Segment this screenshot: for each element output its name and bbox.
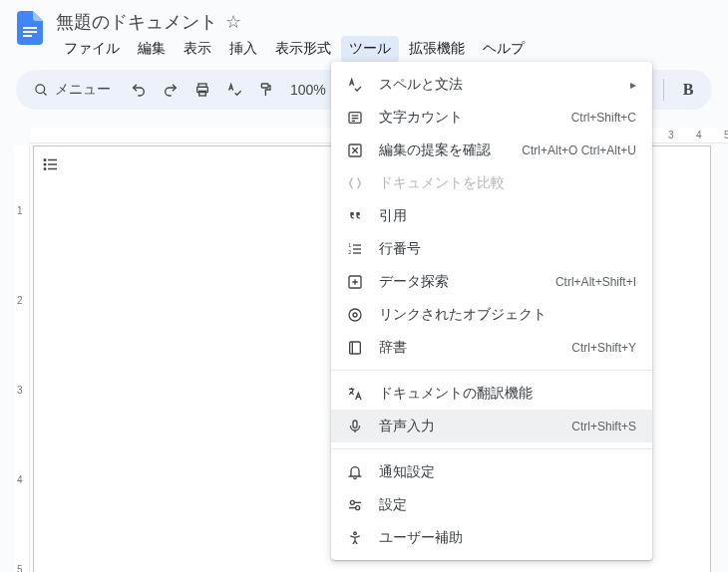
dd-label: 辞書 [379,339,557,357]
menu-format[interactable]: 表示形式 [267,36,339,62]
vertical-ruler[interactable]: 1 2 3 4 5 [14,145,30,572]
compare-icon [345,175,365,191]
quote-icon [345,208,365,224]
ruler-tick: 3 [668,130,674,141]
bell-icon [345,464,365,480]
undo-button[interactable] [125,76,153,104]
ruler-tick: 1 [17,205,23,216]
menu-tools[interactable]: ツール [341,36,399,62]
svg-rect-8 [261,84,268,88]
svg-point-12 [44,159,46,161]
dd-translate[interactable]: ドキュメントの翻訳機能 [331,377,652,410]
dd-label: データ探索 [379,273,542,291]
svg-rect-2 [23,35,32,37]
spellcheck-button[interactable] [220,76,248,104]
svg-line-4 [43,92,46,95]
svg-point-26 [349,309,361,321]
redo-button[interactable] [157,76,184,104]
bold-button[interactable]: B [674,76,702,104]
svg-rect-1 [23,31,37,33]
translate-icon [345,386,365,402]
app-header: 無題のドキュメント ☆ ファイル 編集 表示 挿入 表示形式 ツール 拡張機能 … [0,0,728,62]
dd-label: ユーザー補助 [379,529,636,547]
preferences-icon [345,497,365,513]
ruler-tick: 5 [17,564,23,572]
dd-label: 行番号 [379,240,636,258]
menu-help[interactable]: ヘルプ [475,36,533,62]
menu-edit[interactable]: 編集 [130,36,174,62]
review-icon [345,143,365,158]
dropdown-separator [331,448,652,449]
menu-search-label: メニュー [55,81,111,99]
bold-label: B [683,81,694,99]
svg-text:1: 1 [348,242,351,248]
explore-icon [345,274,365,290]
ruler-tick: 4 [696,130,702,141]
dd-label: スペルと文法 [379,76,616,94]
dd-dictionary[interactable]: 辞書 Ctrl+Shift+Y [331,331,652,364]
dd-shortcut: Ctrl+Shift+S [571,420,636,433]
menu-insert[interactable]: 挿入 [221,36,265,62]
dd-spelling-grammar[interactable]: スペルと文法 ▸ [331,68,652,101]
dd-label: ドキュメントを比較 [379,174,636,192]
submenu-arrow-icon: ▸ [630,78,636,92]
toolbar-separator [663,79,664,101]
print-button[interactable] [188,76,216,104]
dd-linked-objects[interactable]: リンクされたオブジェクト [331,298,652,331]
dd-explore[interactable]: データ探索 Ctrl+Alt+Shift+I [331,265,652,298]
dd-shortcut: Ctrl+Shift+Y [571,341,636,355]
star-icon[interactable]: ☆ [225,11,241,33]
tools-dropdown: スペルと文法 ▸ 文字カウント Ctrl+Shift+C 編集の提案を確認 Ct… [331,62,652,560]
ruler-tick: 5 [724,130,728,141]
svg-point-31 [350,500,354,504]
dd-shortcut: Ctrl+Shift+C [571,111,636,125]
menu-file[interactable]: ファイル [56,36,128,62]
dd-label: 文字カウント [379,109,557,127]
docs-logo[interactable] [12,8,48,48]
accessibility-icon [345,530,365,546]
dd-line-numbers[interactable]: 12 行番号 [331,232,652,265]
dd-accessibility[interactable]: ユーザー補助 [331,521,652,554]
dd-label: ドキュメントの翻訳機能 [379,385,636,403]
dd-preferences[interactable]: 設定 [331,488,652,521]
dd-notifications[interactable]: 通知設定 [331,455,652,488]
document-title[interactable]: 無題のドキュメント [56,10,217,34]
dictionary-icon [345,340,365,356]
line-numbers-icon: 12 [345,241,365,257]
menu-extensions[interactable]: 拡張機能 [401,36,473,62]
dd-compare-documents: ドキュメントを比較 [331,166,652,199]
svg-text:2: 2 [348,248,351,254]
dd-label: 音声入力 [379,418,557,435]
svg-rect-28 [350,342,361,354]
dd-label: リンクされたオブジェクト [379,306,636,324]
dd-word-count[interactable]: 文字カウント Ctrl+Shift+C [331,101,652,134]
dd-citations[interactable]: 引用 [331,199,652,232]
paint-format-button[interactable] [252,76,280,104]
svg-point-14 [44,168,46,170]
outline-icon[interactable] [42,155,60,173]
dd-shortcut: Ctrl+Alt+Shift+I [555,275,636,289]
zoom-level[interactable]: 100% [284,82,332,98]
ruler-tick: 4 [17,474,23,485]
linked-objects-icon [345,307,365,323]
svg-point-32 [356,505,360,509]
dd-label: 引用 [379,207,636,225]
dd-shortcut: Ctrl+Alt+O Ctrl+Alt+U [522,143,636,157]
dropdown-separator [331,370,652,371]
ruler-tick: 3 [17,385,23,396]
dd-voice-typing[interactable]: 音声入力 Ctrl+Shift+S [331,410,652,442]
menu-search[interactable]: メニュー [24,77,121,103]
svg-point-27 [353,313,357,317]
microphone-icon [345,419,365,434]
svg-point-33 [354,532,357,535]
svg-rect-30 [353,421,357,428]
word-count-icon [345,110,365,126]
spellcheck-icon [345,77,365,93]
dd-review-suggestions[interactable]: 編集の提案を確認 Ctrl+Alt+O Ctrl+Alt+U [331,134,652,166]
menu-view[interactable]: 表示 [176,36,219,62]
svg-rect-0 [23,27,37,29]
dd-label: 通知設定 [379,463,636,481]
dd-label: 編集の提案を確認 [379,142,508,159]
dd-label: 設定 [379,496,636,514]
ruler-tick: 2 [17,295,23,306]
